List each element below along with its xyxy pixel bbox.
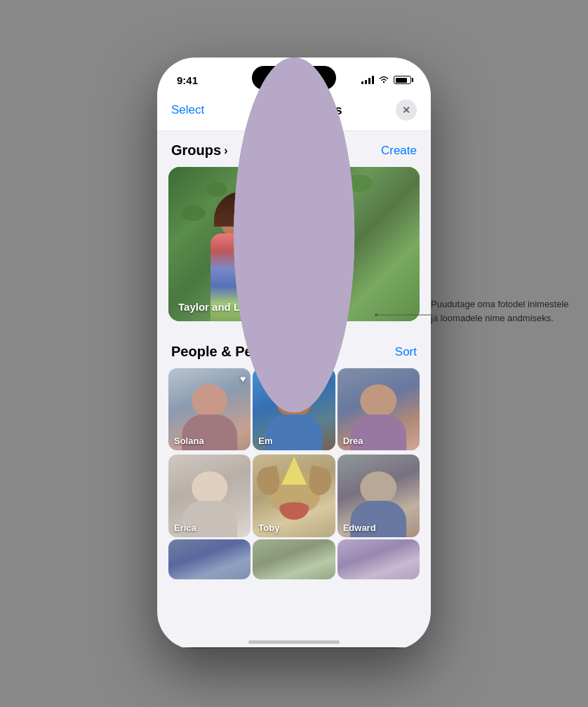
phone-frame: 9:41 Select People & Pe	[157, 58, 431, 649]
main-content: Groups › Create	[157, 131, 431, 647]
home-indicator	[248, 640, 340, 644]
partial-person-3[interactable]	[338, 539, 420, 579]
tooltip-text: Puudutage oma fotodel inimestele ja loom…	[431, 297, 571, 325]
partial-row	[157, 537, 431, 579]
tooltip-container: Puudutage oma fotodel inimestele ja loom…	[431, 297, 571, 325]
